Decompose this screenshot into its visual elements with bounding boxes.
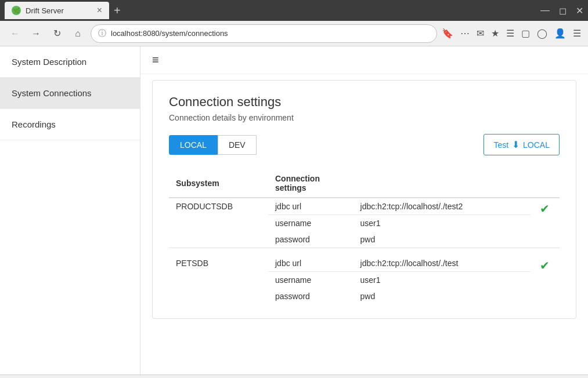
check-icon: ✔: [540, 259, 550, 272]
col-header-value: [353, 169, 531, 198]
subsystem-name: PRODUCTSDB: [169, 198, 268, 248]
star-icon[interactable]: ★: [491, 28, 499, 39]
field-value: pwd: [353, 231, 531, 248]
address-input[interactable]: [111, 29, 430, 38]
tab-dev[interactable]: DEV: [218, 135, 257, 155]
field-label: jdbc url: [268, 198, 353, 215]
col-header-status: [531, 169, 560, 198]
field-label: password: [268, 288, 353, 304]
tab-title: Drift Server: [26, 6, 92, 15]
tab-close-button[interactable]: ×: [97, 6, 102, 15]
status-bar: localhost:8080/system/connections: [0, 375, 588, 378]
refresh-button[interactable]: ↻: [49, 26, 65, 42]
address-bar[interactable]: ⓘ: [91, 24, 437, 43]
download-icon: ⬇: [512, 139, 520, 150]
app-layout: System Description System Connections Re…: [0, 46, 588, 375]
field-label: password: [268, 231, 353, 248]
library-icon[interactable]: ☰: [506, 28, 514, 39]
shield-icon[interactable]: ✉: [477, 28, 484, 39]
subsystem-name: PETSDB: [169, 255, 268, 304]
profile-icon[interactable]: 👤: [554, 28, 566, 39]
window-controls: — ◻ ✕: [540, 5, 583, 16]
status-cell: ✔: [531, 255, 560, 304]
env-tabs-row: LOCAL DEV Test ⬇ LOCAL: [169, 134, 560, 155]
close-window-button[interactable]: ✕: [576, 5, 583, 16]
field-value: jdbc:h2:tcp://localhost/./test: [353, 255, 531, 272]
field-label: username: [268, 272, 353, 289]
tab-local[interactable]: LOCAL: [169, 135, 218, 155]
table-header-row: Subsystem Connection settings: [169, 169, 560, 198]
connections-table: Subsystem Connection settings PRODUCTSDB: [169, 169, 560, 304]
sidebar: System Description System Connections Re…: [0, 46, 140, 375]
field-value: jdbc:h2:tcp://localhost/./test2: [353, 198, 531, 215]
spacer-row: [169, 248, 560, 256]
restore-button[interactable]: ◻: [559, 5, 567, 16]
test-btn-env: LOCAL: [523, 140, 550, 150]
menu-dots-icon[interactable]: ⋯: [460, 28, 470, 39]
field-value: user1: [353, 215, 531, 232]
bookmarks-icon[interactable]: 🔖: [442, 28, 453, 39]
home-button[interactable]: ⌂: [70, 26, 86, 42]
reader-icon[interactable]: ▢: [521, 28, 530, 39]
connection-settings-card: Connection settings Connection details b…: [152, 80, 576, 319]
field-value: user1: [353, 272, 531, 289]
test-btn-label: Test: [493, 140, 508, 150]
test-local-button[interactable]: Test ⬇ LOCAL: [484, 134, 560, 155]
col-header-subsystem: Subsystem: [169, 169, 268, 198]
back-button[interactable]: ←: [7, 26, 23, 42]
hamburger-browser-icon[interactable]: ☰: [573, 28, 581, 39]
field-value: pwd: [353, 288, 531, 304]
table-row: PRODUCTSDB jdbc url jdbc:h2:tcp://localh…: [169, 198, 560, 215]
card-subtitle: Connection details by environment: [169, 113, 560, 122]
field-label: jdbc url: [268, 255, 353, 272]
card-title: Connection settings: [169, 94, 560, 110]
col-header-settings: Connection settings: [268, 169, 353, 198]
tab-favicon: [12, 6, 21, 15]
sidebar-item-system-connections[interactable]: System Connections: [0, 78, 140, 109]
browser-tools: 🔖 ⋯ ✉ ★ ☰ ▢ ◯ 👤 ☰: [442, 28, 581, 39]
sidebar-item-system-description[interactable]: System Description: [0, 46, 140, 78]
main-content: ≡ Connection settings Connection details…: [140, 46, 588, 375]
check-icon: ✔: [540, 202, 550, 215]
menu-toggle-icon[interactable]: ≡: [152, 53, 159, 66]
new-tab-button[interactable]: +: [114, 4, 121, 17]
table-row: PETSDB jdbc url jdbc:h2:tcp://localhost/…: [169, 255, 560, 272]
account-icon[interactable]: ◯: [537, 28, 547, 39]
status-cell: ✔: [531, 198, 560, 248]
hamburger-bar: ≡: [140, 46, 588, 74]
info-icon: ⓘ: [98, 28, 106, 39]
forward-button[interactable]: →: [28, 26, 44, 42]
sidebar-item-recordings[interactable]: Recordings: [0, 109, 140, 140]
field-label: username: [268, 215, 353, 232]
minimize-button[interactable]: —: [540, 5, 550, 16]
browser-tab[interactable]: Drift Server ×: [5, 2, 109, 19]
nav-bar: ← → ↻ ⌂ ⓘ 🔖 ⋯ ✉ ★ ☰ ▢ ◯ 👤 ☰: [0, 21, 588, 46]
